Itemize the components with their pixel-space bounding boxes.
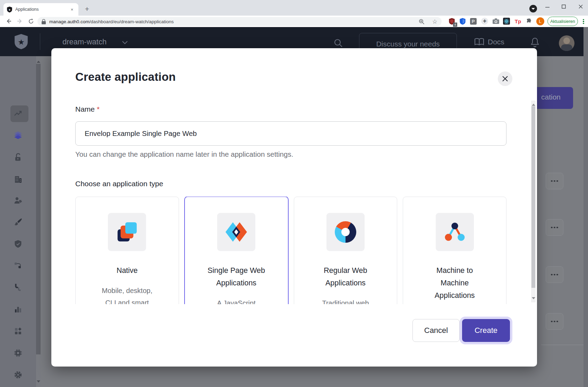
auth0-favicon: ★: [7, 7, 12, 12]
sidebar-item-user-management[interactable]: [0, 196, 36, 205]
app-type-card-native[interactable]: Native Mobile, desktop,CLI and smart: [75, 197, 179, 304]
card-title: Native: [76, 264, 179, 277]
p-extension-icon[interactable]: P: [469, 17, 478, 26]
application-type-cards: Native Mobile, desktop,CLI and smart Sin…: [75, 197, 506, 304]
svg-text:★: ★: [18, 38, 25, 46]
app-row-menu-button[interactable]: [546, 313, 563, 330]
auth0-logo: ★: [15, 34, 28, 49]
app-type-card-m2m[interactable]: Machine toMachineApplications: [403, 197, 506, 304]
docs-book-icon: [475, 38, 484, 46]
sidebar: ?: [0, 56, 36, 387]
regular-web-app-icon: [326, 213, 365, 251]
svg-text:★: ★: [8, 8, 11, 11]
browser-update-indicator-icon[interactable]: [529, 5, 537, 12]
application-name-input[interactable]: [75, 121, 506, 146]
app-type-card-regular-web[interactable]: Regular WebApplications Traditional web: [294, 197, 398, 304]
bookmark-star-icon[interactable]: ☆: [432, 18, 437, 25]
modal-close-button[interactable]: [498, 71, 512, 86]
app-row-menu-button[interactable]: [546, 219, 563, 236]
user-avatar[interactable]: [559, 35, 574, 51]
sidebar-item-auth-pipeline[interactable]: [0, 283, 36, 292]
browser-tab[interactable]: ★ Applications ×: [3, 3, 78, 16]
machine-to-machine-icon: [436, 213, 474, 251]
name-help-text: You can change the application name late…: [75, 150, 293, 158]
browser-menu-icon[interactable]: [581, 17, 586, 26]
sidebar-item-extensions[interactable]: [0, 349, 36, 358]
browser-tab-strip: ★ Applications × +: [0, 0, 588, 16]
ublock-badge: 4: [453, 23, 457, 27]
window-maximize-button[interactable]: [557, 1, 570, 12]
sidebar-item-settings[interactable]: [0, 370, 36, 379]
close-icon: [502, 76, 508, 82]
lock-icon: [42, 19, 46, 24]
sidebar-item-security[interactable]: [0, 240, 36, 249]
sidebar-scrollbar[interactable]: [36, 56, 41, 387]
card-title: Regular WebApplications: [294, 264, 397, 289]
docs-link[interactable]: Docs: [488, 38, 504, 46]
create-application-modal: Create application Name * You can change…: [51, 48, 537, 367]
native-icon: [108, 213, 146, 251]
chrome-update-button[interactable]: Aktualisieren: [547, 17, 578, 26]
card-description: Mobile, desktop,CLI and smart: [76, 285, 179, 304]
screen: ★ Applications × + manage.auth0.com/dash…: [0, 0, 588, 387]
screenshot-extension-icon[interactable]: [491, 17, 500, 26]
react-devtools-extension-icon[interactable]: [502, 17, 511, 26]
sidebar-item-authentication[interactable]: [0, 153, 36, 162]
tenant-chevron-down-icon: [122, 41, 128, 44]
single-page-app-icon: [217, 213, 255, 251]
app-type-card-spa[interactable]: Single Page WebApplications A JavaScript: [185, 197, 288, 304]
tab-title: Applications: [15, 7, 69, 12]
search-icon[interactable]: [334, 38, 343, 48]
sidebar-item-organizations[interactable]: [0, 175, 36, 184]
cancel-button[interactable]: Cancel: [412, 319, 460, 342]
notifications-bell-icon[interactable]: [531, 37, 539, 47]
application-type-label: Choose an application type: [75, 180, 163, 188]
sidebar-item-applications[interactable]: [0, 131, 36, 140]
ublock-extension-icon[interactable]: 4: [447, 17, 456, 26]
sidebar-item-actions[interactable]: [0, 261, 36, 270]
card-title: Machine toMachineApplications: [403, 264, 506, 302]
browser-profile-avatar[interactable]: L: [536, 17, 545, 26]
app-row-menu-button[interactable]: [546, 266, 563, 283]
sidebar-item-marketplace[interactable]: [0, 327, 36, 336]
extensions-puzzle-icon[interactable]: [525, 17, 534, 26]
modal-title: Create application: [75, 70, 176, 84]
sidebar-item-branding[interactable]: [0, 218, 36, 227]
sidebar-item-monitoring[interactable]: [0, 305, 36, 314]
reload-icon[interactable]: [26, 17, 35, 26]
address-bar[interactable]: manage.auth0.com/dashboard/eu/dream-watc…: [37, 17, 442, 26]
modal-scrollbar[interactable]: [531, 101, 536, 302]
url-text: manage.auth0.com/dashboard/eu/dream-watc…: [49, 19, 419, 24]
page-scrollbar[interactable]: [583, 27, 588, 387]
name-label: Name *: [75, 105, 100, 113]
header-divider: [40, 33, 40, 50]
tampermonkey-extension-icon[interactable]: Tp: [513, 17, 522, 26]
window-close-button[interactable]: [574, 1, 587, 12]
card-title: Single Page WebApplications: [185, 264, 288, 289]
back-icon[interactable]: [4, 17, 13, 26]
app-row-menu-button[interactable]: [546, 173, 563, 189]
browser-toolbar: manage.auth0.com/dashboard/eu/dream-watc…: [0, 16, 588, 27]
window-minimize-button[interactable]: [541, 1, 554, 12]
move-tool-extension-icon[interactable]: ✚: [480, 17, 489, 26]
forward-icon[interactable]: [15, 17, 24, 26]
create-button[interactable]: Create: [462, 319, 510, 342]
required-asterisk: *: [97, 105, 100, 113]
tenant-name[interactable]: dream-watch: [62, 37, 106, 46]
bitwarden-extension-icon[interactable]: [458, 17, 467, 26]
new-tab-button[interactable]: +: [82, 5, 92, 14]
background-divider: [541, 345, 584, 345]
card-description: Traditional web: [294, 297, 397, 304]
card-description: A JavaScript: [185, 297, 288, 304]
tab-close-icon[interactable]: ×: [69, 7, 75, 12]
zoom-icon[interactable]: [419, 19, 425, 25]
sidebar-item-activity[interactable]: [0, 109, 36, 118]
